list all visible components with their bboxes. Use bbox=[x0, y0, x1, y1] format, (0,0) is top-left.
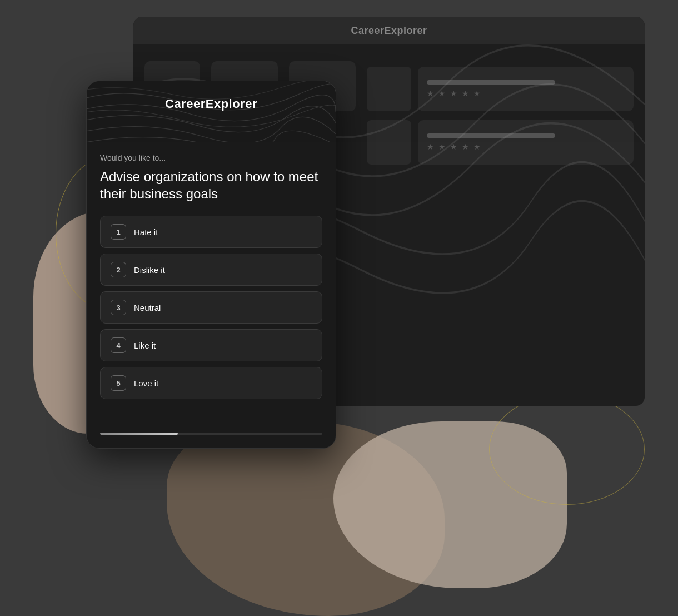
phone-body: Would you like to... Advise organization… bbox=[87, 142, 336, 433]
option-label-2: Dislike it bbox=[134, 265, 165, 275]
topo-lines-card-svg bbox=[87, 81, 336, 142]
option-label-4: Like it bbox=[134, 341, 156, 350]
option-item-5[interactable]: 5Love it bbox=[100, 367, 322, 399]
progress-bar-fill bbox=[100, 433, 178, 435]
option-number-1: 1 bbox=[111, 224, 126, 240]
option-item-4[interactable]: 4Like it bbox=[100, 329, 322, 361]
phone-header: CareerExplorer bbox=[87, 81, 336, 142]
option-number-2: 2 bbox=[111, 262, 126, 277]
bg-app-topbar: CareerExplorer bbox=[133, 17, 645, 44]
card-logo-bold: Explorer bbox=[206, 97, 257, 111]
card-logo: CareerExplorer bbox=[100, 97, 322, 111]
phone-card: CareerExplorer Would you like to... Advi… bbox=[86, 81, 336, 449]
option-label-3: Neutral bbox=[134, 303, 161, 312]
option-label-1: Hate it bbox=[134, 227, 158, 237]
options-list: 1Hate it2Dislike it3Neutral4Like it5Love… bbox=[100, 216, 322, 399]
progress-bar-container bbox=[100, 433, 322, 435]
option-label-5: Love it bbox=[134, 379, 158, 388]
option-number-4: 4 bbox=[111, 337, 126, 353]
option-number-5: 5 bbox=[111, 375, 126, 391]
option-number-3: 3 bbox=[111, 300, 126, 315]
bg-circle-outline-right bbox=[489, 394, 645, 505]
option-item-1[interactable]: 1Hate it bbox=[100, 216, 322, 248]
question-text: Advise organizations on how to meet thei… bbox=[100, 168, 322, 202]
option-item-3[interactable]: 3Neutral bbox=[100, 291, 322, 324]
question-label: Would you like to... bbox=[100, 153, 322, 162]
option-item-2[interactable]: 2Dislike it bbox=[100, 254, 322, 286]
